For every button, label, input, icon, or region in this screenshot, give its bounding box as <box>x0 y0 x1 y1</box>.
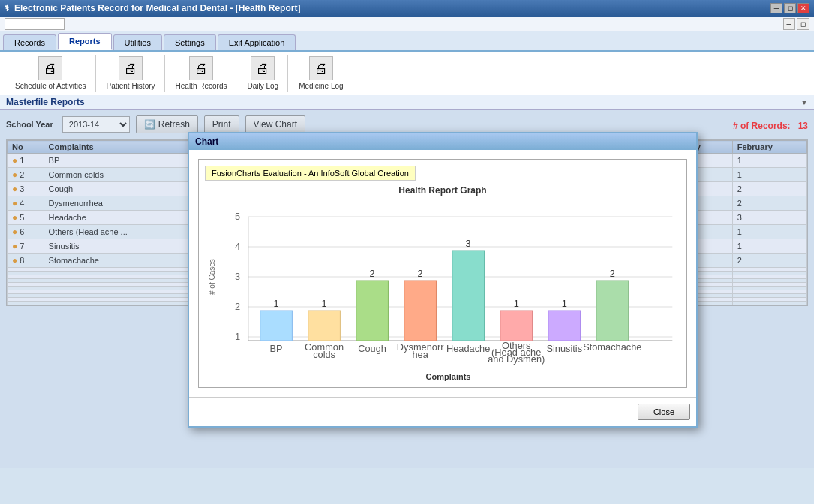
app-icon: ⚕ <box>5 3 10 14</box>
minimize-button[interactable]: ─ <box>770 3 782 14</box>
restore-button[interactable]: ◻ <box>784 3 796 14</box>
svg-rect-16 <box>356 280 389 340</box>
tab-reports[interactable]: Reports <box>58 33 112 50</box>
svg-text:4: 4 <box>235 242 240 252</box>
medicine-log-button[interactable]: 🖨 Medicine Log <box>296 55 346 92</box>
health-icon: 🖨 <box>189 56 213 80</box>
chart-area: # of Cases 5 4 <box>205 202 680 381</box>
secondary-restore[interactable]: ◻ <box>797 18 809 30</box>
medicine-label: Medicine Log <box>299 82 343 90</box>
masterfile-expand-icon[interactable]: ▼ <box>800 98 808 106</box>
svg-text:2: 2 <box>235 302 240 312</box>
tab-settings[interactable]: Settings <box>164 34 216 50</box>
tab-exit[interactable]: Exit Application <box>218 34 296 50</box>
health-label: Health Records <box>176 82 227 90</box>
svg-text:1: 1 <box>273 298 278 309</box>
svg-text:colds: colds <box>313 350 335 360</box>
window-controls: ─ ◻ ✕ <box>770 3 809 14</box>
svg-rect-20 <box>452 250 485 340</box>
ribbon-group-schedule: 🖨 Schedule of Activities <box>6 55 96 92</box>
masterfile-label: Masterfile Reports <box>6 97 85 107</box>
svg-text:Sinusitis: Sinusitis <box>546 344 582 354</box>
ribbon-group-patient: 🖨 Patient History <box>98 55 165 92</box>
svg-text:2: 2 <box>370 268 375 279</box>
chart-modal-title: Chart <box>189 134 696 150</box>
patient-history-button[interactable]: 🖨 Patient History <box>104 55 158 92</box>
svg-text:1: 1 <box>322 298 327 309</box>
schedule-icon: 🖨 <box>38 56 62 80</box>
svg-text:5: 5 <box>235 212 240 222</box>
chart-overlay: Chart FusionCharts Evaluation - An InfoS… <box>0 110 814 468</box>
medicine-icon: 🖨 <box>309 56 333 80</box>
masterfile-bar: Masterfile Reports ▼ <box>0 95 814 110</box>
svg-rect-26 <box>596 280 629 340</box>
tab-utilities[interactable]: Utilities <box>113 34 162 50</box>
ribbon-group-daily: 🖨 Daily Log <box>238 55 288 92</box>
schedule-label: Schedule of Activities <box>15 82 86 90</box>
chart-box: FusionCharts Evaluation - An InfoSoft Gl… <box>198 159 687 388</box>
schedule-activities-button[interactable]: 🖨 Schedule of Activities <box>12 55 89 92</box>
svg-text:2: 2 <box>610 268 615 279</box>
title-text: Electronic Patients Record for Medical a… <box>14 3 300 14</box>
svg-rect-14 <box>308 310 341 340</box>
svg-text:1: 1 <box>235 332 240 342</box>
ribbon-group-medicine: 🖨 Medicine Log <box>290 55 352 92</box>
svg-text:and Dysmen): and Dysmen) <box>488 354 545 364</box>
ribbon-group-health: 🖨 Health Records <box>167 55 237 92</box>
svg-text:3: 3 <box>466 238 471 249</box>
tab-records[interactable]: Records <box>3 34 56 50</box>
svg-text:2: 2 <box>418 268 423 279</box>
close-button[interactable]: ✕ <box>797 3 809 14</box>
main-content: School Year 2013-14 2012-13 2014-15 🔄 Re… <box>0 110 814 468</box>
secondary-bar <box>5 18 65 30</box>
chart-svg: 5 4 3 2 1 1 <box>216 202 680 367</box>
chart-graph: 5 4 3 2 1 1 <box>216 202 680 381</box>
svg-text:1: 1 <box>514 298 519 309</box>
title-bar: ⚕ Electronic Patients Record for Medical… <box>0 0 814 16</box>
svg-rect-24 <box>548 310 581 340</box>
svg-rect-12 <box>260 310 293 340</box>
fusion-label: FusionCharts Evaluation - An InfoSoft Gl… <box>205 166 416 181</box>
svg-text:Stomachache: Stomachache <box>583 342 641 352</box>
ribbon-content: 🖨 Schedule of Activities 🖨 Patient Histo… <box>0 52 814 95</box>
chart-modal-footer: Close <box>189 397 696 426</box>
secondary-input[interactable] <box>5 18 65 30</box>
patient-icon: 🖨 <box>119 56 143 80</box>
x-axis-label: Complaints <box>216 372 680 381</box>
svg-text:BP: BP <box>269 344 282 354</box>
svg-text:Cough: Cough <box>358 344 386 354</box>
chart-modal: Chart FusionCharts Evaluation - An InfoS… <box>188 132 698 428</box>
health-records-button[interactable]: 🖨 Health Records <box>173 55 230 92</box>
daily-log-button[interactable]: 🖨 Daily Log <box>244 55 281 92</box>
svg-text:hea: hea <box>412 350 428 360</box>
svg-text:Headache: Headache <box>446 344 490 354</box>
secondary-min[interactable]: ─ <box>783 18 795 30</box>
daily-label: Daily Log <box>247 82 278 90</box>
patient-label: Patient History <box>107 82 155 90</box>
y-axis-label: # of Cases <box>205 202 216 352</box>
daily-icon: 🖨 <box>251 56 275 80</box>
chart-modal-body: FusionCharts Evaluation - An InfoSoft Gl… <box>189 150 696 397</box>
close-button[interactable]: Close <box>638 404 690 420</box>
svg-text:1: 1 <box>562 298 567 309</box>
svg-rect-18 <box>404 280 437 340</box>
chart-title: Health Report Graph <box>205 185 680 196</box>
chart-modal-title-text: Chart <box>195 136 218 147</box>
ribbon-tabs: Records Reports Utilities Settings Exit … <box>0 32 814 52</box>
svg-text:3: 3 <box>235 272 240 282</box>
svg-rect-22 <box>500 310 533 340</box>
